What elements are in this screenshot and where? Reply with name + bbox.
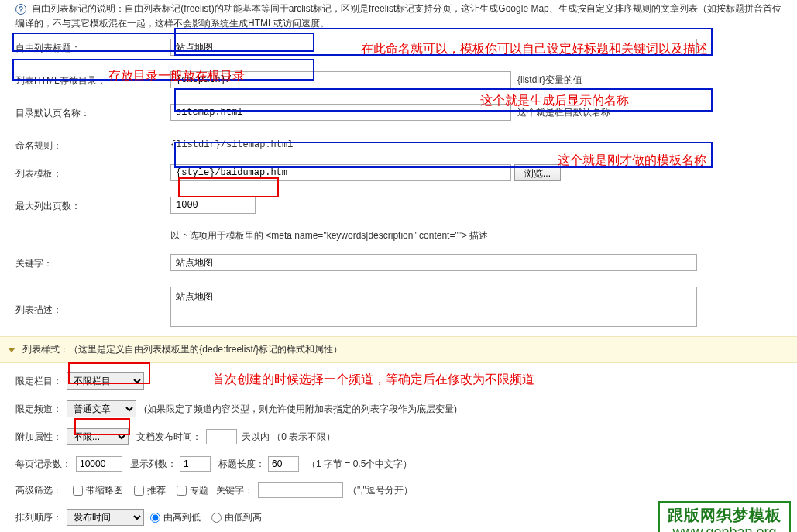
label-attr: 附加属性： — [15, 431, 62, 444]
description-textarea[interactable] — [170, 287, 697, 327]
sort-select[interactable]: 发布时间 — [67, 509, 144, 526]
label-cols: 显示列数： — [130, 458, 177, 471]
label-pub-time: 文档发布时间： — [136, 431, 201, 444]
label-limit-column: 限定栏目： — [15, 375, 62, 388]
main-form: ? 自由列表标记的说明：自由列表标记(freelist)的功能基本等同于arcl… — [0, 0, 797, 532]
rec-label: 推荐 — [147, 484, 166, 497]
intro-text: ? 自由列表标记的说明：自由列表标记(freelist)的功能基本等同于arcl… — [15, 2, 789, 31]
sort-desc-radio[interactable] — [150, 513, 160, 523]
intro-content: 自由列表标记的说明：自由列表标记(freelist)的功能基本等同于arclis… — [15, 3, 782, 29]
template-input[interactable] — [170, 164, 511, 181]
meta-note: 以下选项用于模板里的 <meta name="keywords|descript… — [170, 229, 789, 242]
max-pages-input[interactable] — [170, 197, 256, 214]
section-style-header: 列表样式：（这里是定义自由列表模板里的{dede:freelist/}标记的样式… — [0, 336, 797, 363]
dir-input[interactable] — [170, 71, 511, 88]
label-title: 自由列表标题： — [15, 39, 170, 55]
help-icon: ? — [15, 4, 26, 15]
label-max-pages: 最大列出页数： — [15, 197, 170, 213]
rec-checkbox[interactable] — [134, 486, 144, 496]
topic-checkbox[interactable] — [177, 486, 187, 496]
sort-asc-label: 由低到高 — [225, 511, 262, 524]
limit-channel-select[interactable]: 普通文章 — [67, 400, 136, 417]
thumb-checkbox[interactable] — [73, 486, 83, 496]
keyword-filter-input[interactable] — [258, 482, 343, 498]
pub-time-suffix: 天以内 （0 表示不限） — [242, 431, 335, 444]
pub-time-input[interactable] — [206, 429, 237, 444]
label-limit-channel: 限定频道： — [15, 403, 62, 416]
label-adv-filter: 高级筛选： — [15, 484, 62, 497]
chevron-down-icon — [8, 348, 15, 352]
browse-button[interactable]: 浏览... — [514, 164, 561, 181]
title-len-input[interactable] — [268, 456, 299, 472]
label-keywords: 关键字： — [15, 254, 170, 270]
cols-input[interactable] — [180, 456, 211, 472]
per-page-input[interactable] — [76, 456, 122, 472]
label-default-page: 目录默认页名称： — [15, 104, 170, 120]
topic-label: 专题 — [190, 484, 208, 497]
label-per-page: 每页记录数： — [15, 458, 71, 471]
watermark-line1: 跟版网织梦模板 — [668, 506, 782, 524]
label-template: 列表模板： — [15, 164, 170, 180]
sort-asc-radio[interactable] — [211, 513, 222, 523]
watermark-line2: www.genban.org — [668, 524, 782, 532]
label-sort: 排列顺序： — [15, 511, 62, 524]
watermark-badge: 跟版网织梦模板 www.genban.org — [658, 501, 791, 532]
title-len-suffix: （1 字节 = 0.5个中文字） — [307, 458, 412, 471]
default-page-hint: 这个就是栏目默认名称 — [517, 106, 610, 119]
naming-rule-value: {listdir}/sitemap.html — [170, 136, 789, 150]
label-title-len: 标题长度： — [218, 458, 265, 471]
keywords-input[interactable] — [170, 254, 697, 271]
thumb-label: 带缩略图 — [86, 484, 123, 497]
section-style-title: 列表样式：（这里是定义自由列表模板里的{dede:freelist/}标记的样式… — [22, 344, 342, 355]
attr-select[interactable]: 不限... — [67, 428, 129, 445]
label-dir: 列表HTML存放目录： — [15, 71, 170, 88]
keyword-filter-suffix: （","逗号分开） — [348, 484, 413, 497]
default-page-input[interactable] — [170, 104, 511, 121]
dir-hint: {listdir}变量的值 — [517, 74, 582, 87]
limit-column-select[interactable]: 不限栏目... — [67, 372, 144, 390]
limit-channel-hint: (如果限定了频道内容类型，则允许使用附加表指定的列表字段作为底层变量) — [144, 403, 457, 416]
label-description: 列表描述： — [15, 287, 170, 317]
sort-desc-label: 由高到低 — [163, 511, 201, 524]
label-naming-rule: 命名规则： — [15, 136, 170, 153]
label-keyword-filter: 关键字： — [216, 484, 253, 497]
title-input[interactable] — [170, 39, 697, 56]
